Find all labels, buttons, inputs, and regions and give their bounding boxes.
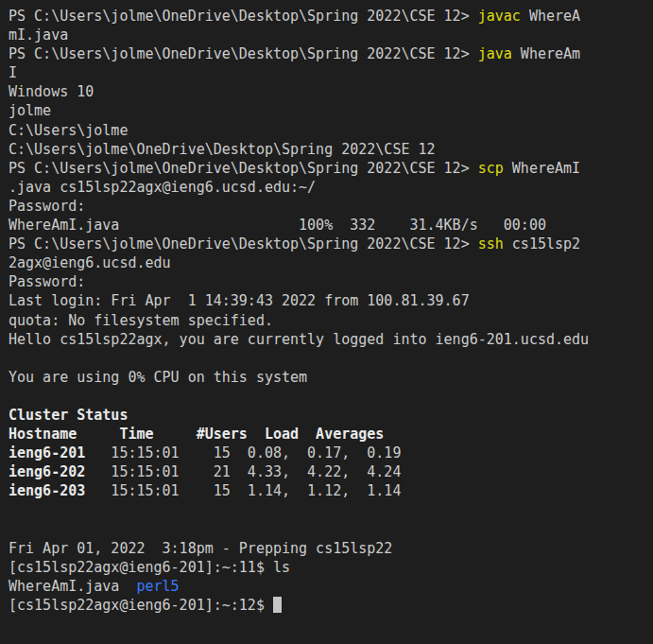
- terminal-text-segment: .java cs15lsp22agx@ieng6.ucsd.edu:~/: [9, 179, 316, 196]
- terminal-line: PS C:\Users\jolme\OneDrive\Desktop\Sprin…: [9, 235, 645, 253]
- terminal-line: I: [9, 63, 645, 82]
- terminal-line: jolme: [9, 101, 645, 120]
- terminal-line: Fri Apr 01, 2022 3:18pm - Prepping cs15l…: [9, 539, 645, 558]
- terminal-text-segment: Fri Apr 01, 2022 3:18pm - Prepping cs15l…: [9, 540, 392, 557]
- terminal-text-segment: Last login: Fri Apr 1 14:39:43 2022 from…: [9, 292, 470, 309]
- terminal-line: PS C:\Users\jolme\OneDrive\Desktop\Sprin…: [9, 7, 645, 26]
- text-cursor-block: [273, 597, 282, 613]
- terminal-text-segment: 2agx@ieng6.ucsd.edu: [9, 254, 171, 271]
- terminal-text-segment: C:\Users\jolme\OneDrive\Desktop\Spring 2…: [9, 141, 436, 158]
- terminal-text-segment: I: [9, 64, 17, 81]
- terminal-text-segment: PS C:\Users\jolme\OneDrive\Desktop\Sprin…: [9, 160, 478, 177]
- terminal-line: quota: No filesystem specified.: [9, 311, 645, 330]
- terminal-text-segment: WhereAmI: [504, 160, 580, 177]
- terminal-text-segment: PS C:\Users\jolme\OneDrive\Desktop\Sprin…: [9, 8, 478, 25]
- terminal-text-segment: jolme: [9, 102, 51, 119]
- terminal-line: Windows 10: [9, 82, 645, 101]
- terminal-text-segment: ieng6-203: [9, 482, 85, 499]
- terminal-text-segment: Cluster Status: [9, 407, 128, 424]
- terminal-line: PS C:\Users\jolme\OneDrive\Desktop\Sprin…: [9, 159, 645, 178]
- terminal-line: .java cs15lsp22agx@ieng6.ucsd.edu:~/: [9, 178, 645, 197]
- terminal-text-segment: Password:: [9, 273, 85, 290]
- terminal-text-segment: WhereA: [521, 8, 580, 25]
- terminal-text-segment: java: [478, 45, 512, 62]
- terminal-text-segment: Hostname Time #Users Load Averages: [9, 426, 384, 443]
- terminal-text-segment: Hello cs15lsp22agx, you are currently lo…: [9, 331, 589, 348]
- terminal-line: Password:: [9, 272, 645, 291]
- terminal-output: PS C:\Users\jolme\OneDrive\Desktop\Sprin…: [9, 7, 645, 615]
- terminal-line: ieng6-201 15:15:01 15 0.08, 0.17, 0.19: [9, 444, 645, 462]
- terminal-text-segment: ssh: [478, 235, 504, 252]
- terminal-text-segment: C:\Users\jolme: [9, 122, 128, 139]
- terminal-line: [9, 520, 645, 539]
- terminal-line: [9, 349, 645, 368]
- terminal-text-segment: javac: [478, 8, 521, 25]
- terminal-text-segment: Windows 10: [9, 83, 94, 100]
- terminal-line: ieng6-202 15:15:01 21 4.33, 4.22, 4.24: [9, 462, 645, 481]
- terminal-text-segment: perl5: [136, 578, 179, 595]
- terminal-text-segment: You are using 0% CPU on this system: [9, 369, 307, 386]
- terminal-text-segment: WhereAm: [512, 45, 580, 62]
- terminal-line: C:\Users\jolme\OneDrive\Desktop\Spring 2…: [9, 140, 645, 159]
- terminal-line: mI.java: [9, 26, 645, 44]
- terminal-text-segment: WhereAmI.java: [9, 578, 136, 595]
- terminal-line: Cluster Status: [9, 406, 645, 425]
- terminal-text-segment: cs15lsp2: [504, 235, 580, 252]
- terminal-line: Hello cs15lsp22agx, you are currently lo…: [9, 330, 645, 349]
- terminal-text-segment: mI.java: [9, 26, 68, 44]
- terminal-line: 2agx@ieng6.ucsd.edu: [9, 253, 645, 272]
- terminal-text-segment: ieng6-202: [9, 463, 85, 480]
- terminal-text-segment: 15:15:01 15 0.08, 0.17, 0.19: [85, 444, 401, 461]
- terminal-line: PS C:\Users\jolme\OneDrive\Desktop\Sprin…: [9, 44, 645, 63]
- terminal-line: WhereAmI.java 100% 332 31.4KB/s 00:00: [9, 216, 645, 235]
- terminal-text-segment: 15:15:01 15 1.14, 1.12, 1.14: [85, 482, 401, 499]
- terminal-text-segment: Password:: [9, 198, 85, 215]
- terminal-line: [cs15lsp22agx@ieng6-201]:~:12$: [9, 596, 645, 615]
- terminal-text-segment: PS C:\Users\jolme\OneDrive\Desktop\Sprin…: [9, 235, 478, 252]
- terminal-line: ieng6-203 15:15:01 15 1.14, 1.12, 1.14: [9, 481, 645, 500]
- terminal-text-segment: [cs15lsp22agx@ieng6-201]:~:11$ ls: [9, 559, 290, 576]
- terminal-line: Hostname Time #Users Load Averages: [9, 425, 645, 444]
- terminal-line: You are using 0% CPU on this system: [9, 368, 645, 387]
- terminal-text-segment: [cs15lsp22agx@ieng6-201]:~:12$: [9, 597, 273, 614]
- terminal-line: [9, 500, 645, 519]
- terminal-text-segment: ieng6-201: [9, 444, 85, 461]
- terminal-line: C:\Users\jolme: [9, 121, 645, 140]
- terminal-text-segment: 15:15:01 21 4.33, 4.22, 4.24: [85, 463, 401, 480]
- terminal-line: [9, 387, 645, 406]
- terminal-line: Last login: Fri Apr 1 14:39:43 2022 from…: [9, 291, 645, 310]
- terminal-line: [cs15lsp22agx@ieng6-201]:~:11$ ls: [9, 558, 645, 577]
- terminal-text-segment: PS C:\Users\jolme\OneDrive\Desktop\Sprin…: [9, 45, 478, 62]
- terminal-text-segment: scp: [478, 160, 504, 177]
- terminal-text-segment: quota: No filesystem specified.: [9, 312, 273, 329]
- terminal-window[interactable]: PS C:\Users\jolme\OneDrive\Desktop\Sprin…: [0, 0, 653, 644]
- terminal-line: WhereAmI.java perl5: [9, 577, 645, 596]
- terminal-line: Password:: [9, 197, 645, 216]
- terminal-text-segment: WhereAmI.java 100% 332 31.4KB/s 00:00: [9, 217, 546, 234]
